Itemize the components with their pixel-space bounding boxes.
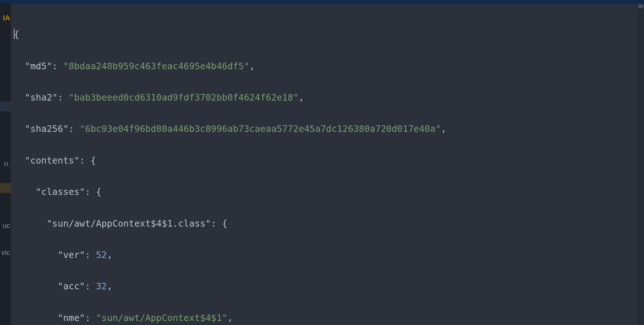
gutter-fragment: uc: [3, 222, 10, 230]
left-gutter: IA n. uc vic: [0, 4, 11, 325]
editor-wrap: { "md5": "8bdaa248b959c463feac4695e4b46d…: [11, 4, 644, 325]
gutter-fragment: [0, 101, 11, 111]
app-root: The file is too large: 17.10 MB. Read-on…: [0, 0, 644, 325]
vertical-scrollbar[interactable]: [637, 4, 644, 325]
code-line: "md5": "8bdaa248b959c463feac4695e4b46df5…: [14, 58, 644, 74]
code-line: "sha256": "6bc93e04f96bd80a446b3c8996ab7…: [14, 121, 644, 137]
code-line: "classes": {: [14, 184, 644, 200]
gutter-fragment: IA: [3, 14, 10, 22]
gutter-fragment: n.: [4, 160, 10, 168]
code-line: "ver": 52,: [14, 247, 644, 263]
code-line: "sha2": "bab3beeed0cd6310ad9fdf3702bb0f4…: [14, 90, 644, 105]
code-line: "contents": {: [14, 153, 644, 168]
code-line: "nme": "sun/awt/AppContext$4$1",: [14, 310, 644, 325]
code-line: "acc": 32,: [14, 278, 644, 294]
scrollbar-thumb[interactable]: [638, 4, 643, 8]
code-line: "sun/awt/AppContext$4$1.class": {: [14, 216, 644, 231]
code-line: {: [14, 27, 644, 42]
notification-bar: The file is too large: 17.10 MB. Read-on…: [0, 0, 644, 4]
main-row: IA n. uc vic { "md5": "8bdaa248b959c463f…: [0, 4, 644, 325]
code-editor[interactable]: { "md5": "8bdaa248b959c463feac4695e4b46d…: [11, 4, 644, 325]
gutter-fragment: [0, 183, 11, 193]
gutter-fragment: vic: [1, 248, 10, 257]
